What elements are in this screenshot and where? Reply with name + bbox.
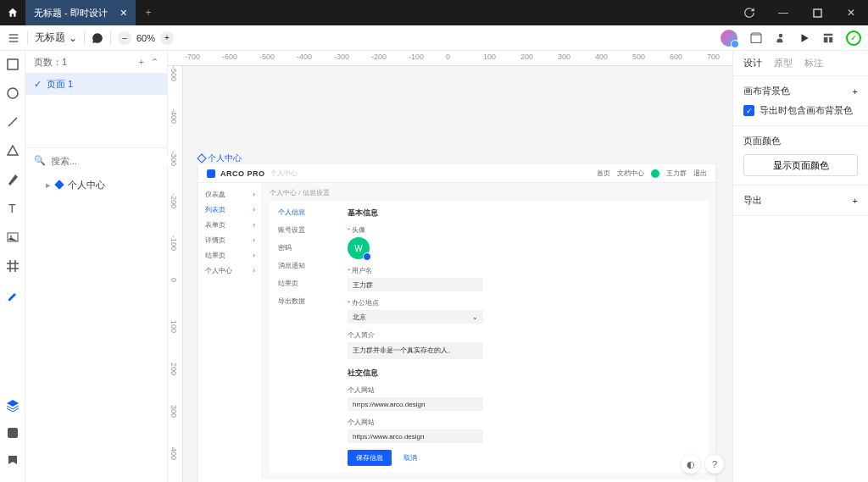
subnav-item: 个人信息: [278, 208, 329, 217]
tab-inspect[interactable]: 标注: [804, 57, 823, 69]
svg-rect-0: [814, 9, 821, 17]
website-input-1: hrrps://www.arco.design: [348, 397, 483, 411]
svg-line-11: [8, 118, 17, 126]
ruler-vertical: -500-400-300-200-1000100200300400500: [168, 66, 183, 482]
subnav-item: 结果页: [278, 279, 329, 288]
svg-point-10: [8, 88, 18, 98]
export-title: 导出: [743, 194, 762, 207]
search-input[interactable]: [51, 156, 168, 166]
sidebar-item: 表单页›: [198, 217, 262, 232]
eyedropper-tool-icon[interactable]: [4, 286, 21, 303]
left-panel: 页数：1 + ⌃ ✓ 页面 1 🔍 ☰ ▸ 个人中心: [25, 51, 168, 482]
add-tab-button[interactable]: +: [136, 7, 161, 19]
home-icon[interactable]: [0, 0, 25, 25]
subnav-item: 账号设置: [278, 225, 329, 235]
bio-textarea: 王力群并非是一个真实存在的人。: [348, 342, 483, 359]
zoom-control: – 60% +: [118, 31, 174, 45]
sidebar-item: 结果页›: [198, 247, 262, 263]
canvas[interactable]: -700-600-500-400-300-200-100010020030040…: [168, 51, 732, 482]
text-tool-icon[interactable]: T: [4, 200, 21, 217]
close-icon[interactable]: ×: [120, 6, 127, 19]
check-icon: ✓: [34, 79, 42, 90]
subnav-item: 密码: [278, 243, 329, 252]
sync-status-icon[interactable]: ✓: [846, 30, 861, 46]
play-icon[interactable]: [798, 32, 810, 44]
chevron-down-icon: ⌄: [69, 32, 77, 44]
username-input: 王力群: [348, 278, 483, 291]
comment-icon[interactable]: [92, 32, 103, 44]
tab-title: 无标题 - 即时设计: [34, 7, 108, 19]
tool-rail: T: [0, 51, 25, 482]
close-window-icon[interactable]: ✕: [834, 0, 868, 25]
zoom-value[interactable]: 60%: [136, 33, 155, 43]
layers-icon[interactable]: [4, 397, 21, 414]
breadcrumb: 个人中心 / 信息设置: [270, 188, 709, 197]
panel-tabs: 设计 原型 标注: [733, 51, 868, 76]
assets-icon[interactable]: [4, 424, 21, 441]
sidebar-item: 详情页›: [198, 232, 262, 247]
svg-text:T: T: [8, 202, 16, 214]
zoom-out-button[interactable]: –: [118, 31, 131, 45]
add-export-icon[interactable]: +: [853, 196, 858, 206]
page-item[interactable]: ✓ 页面 1: [25, 73, 167, 95]
library-icon[interactable]: [4, 452, 21, 468]
frame-tool-icon[interactable]: [4, 258, 21, 274]
doc-name-dropdown[interactable]: 无标题⌄: [35, 30, 77, 45]
frame-label[interactable]: 个人中心: [198, 152, 242, 164]
polygon-tool-icon[interactable]: [4, 142, 21, 159]
tab-design[interactable]: 设计: [743, 57, 762, 69]
add-bg-icon[interactable]: +: [853, 86, 858, 97]
design-frame[interactable]: ARCO PRO 个人中心 首页 文档中心 王力群 退出 仪表盘›列表页›表单页…: [198, 164, 715, 482]
svg-rect-6: [824, 33, 833, 35]
logo-icon: [207, 169, 215, 178]
refresh-icon[interactable]: [732, 0, 766, 25]
svg-rect-19: [8, 428, 18, 438]
image-tool-icon[interactable]: [4, 229, 21, 246]
svg-rect-8: [829, 36, 832, 42]
website-input-2: https://www.arco.design: [348, 429, 483, 443]
svg-rect-4: [751, 35, 761, 42]
mockup-form: 基本信息 * 头像 W * 用户名 王力群 * 办公地点: [337, 201, 709, 473]
menu-icon[interactable]: [7, 31, 20, 45]
expand-icon[interactable]: ▸: [46, 180, 51, 191]
subnav-item: 导出数据: [278, 296, 329, 306]
pen-tool-icon[interactable]: [4, 171, 21, 188]
user-avatar[interactable]: [721, 30, 737, 47]
share-icon[interactable]: [775, 32, 787, 44]
component-icon: [54, 180, 64, 189]
tab-prototype[interactable]: 原型: [774, 57, 793, 69]
mockup-header: ARCO PRO 个人中心 首页 文档中心 王力群 退出: [198, 164, 715, 183]
save-button: 保存信息: [348, 450, 392, 466]
rectangle-tool-icon[interactable]: [4, 56, 21, 73]
svg-point-5: [779, 33, 783, 37]
layer-search: 🔍 ☰: [25, 147, 167, 173]
window-tab[interactable]: 无标题 - 即时设计 ×: [25, 0, 136, 25]
title-bar: 无标题 - 即时设计 × + — ✕: [0, 0, 868, 25]
add-page-icon[interactable]: +: [139, 57, 144, 68]
layout-icon[interactable]: [822, 32, 834, 44]
mockup-sidebar: 仪表盘›列表页›表单页›详情页›结果页›个人中心›: [198, 183, 263, 479]
search-icon: 🔍: [34, 155, 46, 166]
zoom-in-button[interactable]: +: [160, 31, 174, 45]
sidebar-item: 个人中心›: [198, 263, 262, 278]
right-panel: 设计 原型 标注 画布背景色 + ✓ 导出时包含画布背景色 页面颜色 显示页面颜…: [732, 51, 868, 482]
show-page-color-button[interactable]: 显示页面颜色: [743, 154, 858, 176]
page-color-title: 页面颜色: [743, 135, 781, 147]
line-tool-icon[interactable]: [4, 114, 21, 130]
bg-export-checkbox[interactable]: ✓: [743, 105, 754, 116]
svg-rect-7: [824, 36, 828, 42]
minimize-icon[interactable]: —: [766, 0, 800, 25]
theme-toggle-icon[interactable]: ◐: [682, 455, 700, 474]
ellipse-tool-icon[interactable]: [4, 85, 21, 102]
cancel-button: 取消: [397, 450, 424, 466]
svg-rect-9: [8, 59, 18, 69]
component-icon[interactable]: [749, 31, 763, 45]
svg-point-14: [10, 235, 12, 237]
avatar: W: [348, 237, 370, 259]
maximize-icon[interactable]: [800, 0, 834, 25]
sidebar-item: 列表页›: [198, 202, 262, 217]
collapse-pages-icon[interactable]: ⌃: [151, 57, 159, 68]
chevron-down-icon: ⌄: [472, 313, 478, 321]
layer-item[interactable]: ▸ 个人中心: [25, 175, 167, 195]
help-icon[interactable]: ?: [705, 455, 724, 474]
